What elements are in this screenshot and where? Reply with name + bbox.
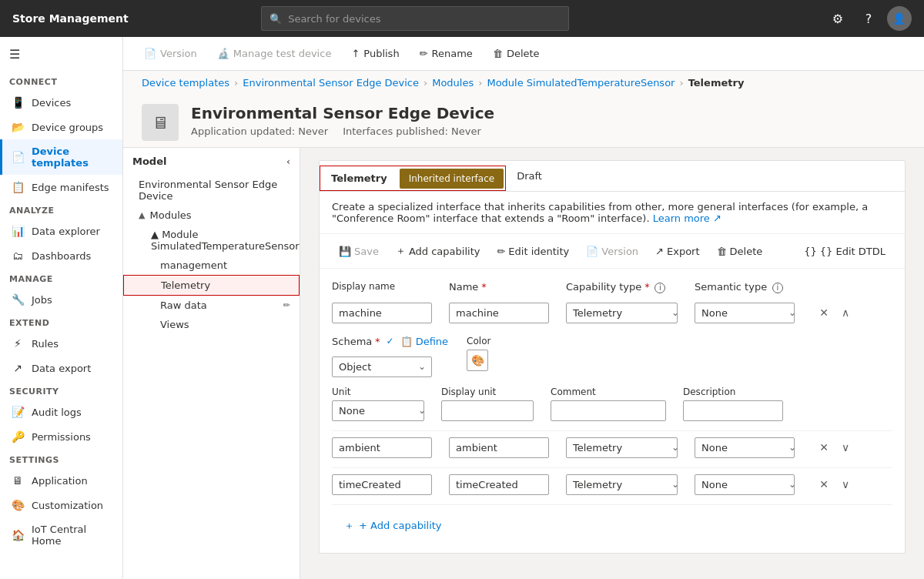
semantic-type-header: Semantic type i [695,281,802,293]
display-name-input-0[interactable] [332,303,432,323]
tree-modules[interactable]: ▲ Modules [123,206,300,225]
capability-type-info-icon[interactable]: i [654,283,665,293]
breadcrumb-telemetry: Telemetry [688,77,745,89]
color-picker-btn-0[interactable]: 🎨 [467,350,488,371]
sidebar-item-data-explorer[interactable]: 📊 Data explorer [0,219,122,243]
capability-type-field-1: Telemetry Property [566,437,685,458]
edit-identity-button[interactable]: ✏ Edit identity [490,242,576,261]
add-capability-button[interactable]: ＋ + Add capability [332,511,892,541]
row-1-delete-btn[interactable]: ✕ [815,438,833,457]
row-2-actions: ✕ ∨ [815,475,855,494]
tab-draft[interactable]: Draft [506,164,553,188]
description-input-0[interactable] [683,400,783,421]
sidebar-item-data-export[interactable]: ↗ Data export [0,356,122,380]
tree-raw-data[interactable]: Raw data ✏ [123,296,300,315]
name-input-1[interactable] [449,437,549,458]
row-2-expand-btn[interactable]: ∨ [836,475,855,494]
semantic-type-info-icon[interactable]: i [772,283,783,293]
rename-button[interactable]: ✏ Rename [411,44,481,63]
save-icon: 💾 [339,246,351,257]
data-export-icon: ↗ [12,362,24,374]
settings-icon[interactable]: ⚙ [825,6,850,31]
tree-model-header[interactable]: Model ‹ [123,148,300,175]
sidebar-item-iot-home[interactable]: 🏠 IoT Central Home [0,517,122,553]
export-icon: ↗ [655,246,664,257]
tree-views[interactable]: Views [123,315,300,334]
edit-dtdl-button[interactable]: {} {} Edit DTDL [797,242,892,261]
display-name-input-1[interactable] [332,437,432,458]
define-check-0: ✓ [387,336,394,346]
sidebar-item-jobs[interactable]: 🔧 Jobs [0,287,122,312]
name-field-2 [449,474,557,495]
row-2-delete-btn[interactable]: ✕ [815,475,833,494]
permissions-icon: 🔑 [12,430,24,443]
name-input-2[interactable] [449,474,549,495]
sidebar-item-audit-logs[interactable]: 📝 Audit logs [0,400,122,424]
breadcrumb: Device templates › Environmental Sensor … [123,71,924,95]
sidebar-item-device-groups[interactable]: 📂 Device groups [0,115,122,139]
top-bar-icons: ⚙ ? 👤 [825,6,912,31]
tree-management[interactable]: management [123,256,300,275]
device-templates-icon: 📄 [12,151,24,163]
version-button[interactable]: 📄 Version [136,44,206,63]
sidebar-item-dashboards[interactable]: 🗂 Dashboards [0,243,122,268]
sidebar-item-rules[interactable]: ⚡ Rules [0,331,122,356]
breadcrumb-env-sensor[interactable]: Environmental Sensor Edge Device [243,77,419,89]
schema-group-0: Schema * ✓ 📋 Define [332,336,448,377]
semantic-type-select-2[interactable]: None [695,474,795,495]
capability-type-select-0[interactable]: Telemetry Property Command [566,303,678,323]
row-0-expand-btn[interactable]: ∧ [836,303,855,322]
breadcrumb-module-simulated[interactable]: Module SimulatedTemperatureSensor [487,77,675,89]
action-bar: 💾 Save ＋ Add capability ✏ Edit identity [320,234,905,269]
capability-type-select-1[interactable]: Telemetry Property [566,437,678,458]
search-input[interactable] [288,13,561,25]
display-unit-field-0: Display unit [441,387,541,421]
sidebar-item-edge-manifests[interactable]: 📋 Edge manifests [0,175,122,199]
display-name-input-2[interactable] [332,474,432,495]
form-header-row: Display name Name * Capability typ [332,281,892,293]
sidebar-item-device-templates[interactable]: 📄 Device templates [0,139,122,175]
version-action-button[interactable]: 📄 Version [579,242,645,261]
semantic-type-select-1[interactable]: None [695,437,795,458]
comment-input-0[interactable] [551,400,666,421]
display-name-field-1 [332,437,440,458]
rules-icon: ⚡ [12,337,24,350]
name-input-0[interactable] [449,303,549,323]
row-0-delete-btn[interactable]: ✕ [815,303,833,322]
breadcrumb-modules[interactable]: Modules [432,77,474,89]
add-capability-action-button[interactable]: ＋ Add capability [389,240,487,262]
learn-more-link[interactable]: Learn more ↗ [653,213,721,224]
export-button[interactable]: ↗ Export [648,242,706,261]
save-button[interactable]: 💾 Save [332,242,386,261]
sidebar-item-customization[interactable]: 🎨 Customization [0,493,122,517]
breadcrumb-device-templates[interactable]: Device templates [142,77,229,89]
semantic-type-select-0[interactable]: None Temperature [695,303,795,323]
unit-select-0[interactable]: None Celsius [332,400,424,421]
define-link-0[interactable]: 📋 Define [400,336,448,347]
capability-type-wrapper-0: Telemetry Property Command [566,303,685,323]
hamburger-menu[interactable]: ☰ [0,37,122,71]
help-icon[interactable]: ? [856,6,881,31]
schema-select-0[interactable]: Object String Integer [332,356,432,377]
avatar[interactable]: 👤 [887,6,912,31]
tree-module-simulated[interactable]: ▲ Module SimulatedTemperatureSensor [123,225,300,256]
manage-test-button[interactable]: 🔬 Manage test device [209,44,340,63]
sidebar-item-permissions[interactable]: 🔑 Permissions [0,424,122,449]
inherited-interface-button[interactable]: Inherited interface [400,169,504,189]
display-unit-input-0[interactable] [441,400,534,421]
extend-section-label: Extend [0,312,122,331]
tree-env-sensor[interactable]: Environmental Sensor Edge Device [123,175,300,206]
capability-type-select-2[interactable]: Telemetry Property [566,474,678,495]
edit-icon: ✏ [497,246,505,257]
delete-action-button[interactable]: 🗑 Delete [710,242,770,261]
delete-button[interactable]: 🗑 Delete [484,44,548,63]
display-name-header: Display name [332,281,440,292]
sidebar-item-application[interactable]: 🖥 Application [0,468,122,493]
row-1-expand-btn[interactable]: ∨ [836,438,855,457]
publish-button[interactable]: ↑ Publish [343,44,407,63]
tree-telemetry[interactable]: Telemetry [123,275,300,296]
tab-telemetry[interactable]: Telemetry [320,166,398,190]
sidebar-item-devices[interactable]: 📱 Devices [0,90,122,115]
search-box: 🔍 [261,6,569,31]
modules-collapse-icon: ▲ [139,210,145,220]
